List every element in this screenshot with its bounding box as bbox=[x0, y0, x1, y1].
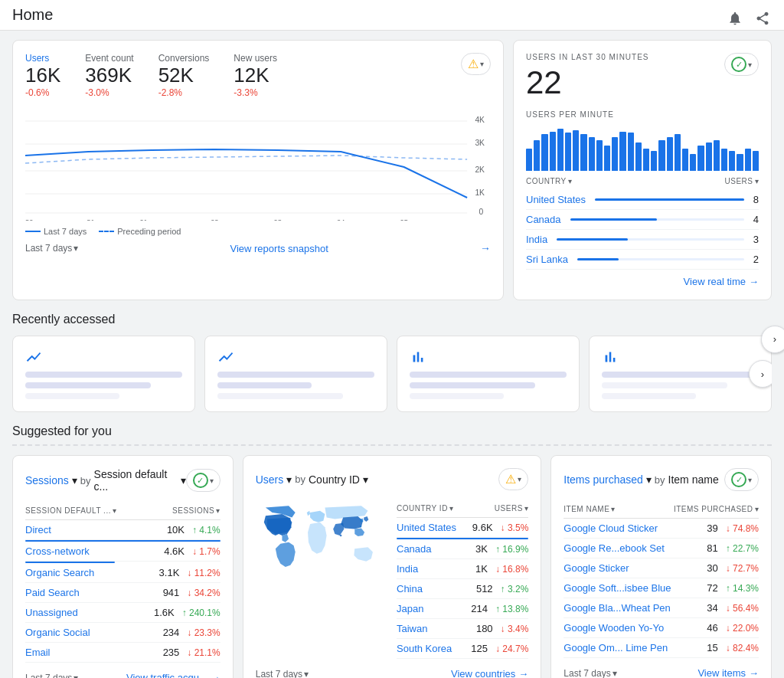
sessions-label[interactable]: Sessions bbox=[25, 474, 69, 486]
recent-card-1[interactable] bbox=[12, 336, 195, 412]
realtime-label: USERS IN LAST 30 MINUTES bbox=[526, 53, 649, 61]
sessions-col2-header[interactable]: SESSIONS ▾ bbox=[172, 506, 220, 515]
item1-link[interactable]: Google Cloud Sticker bbox=[564, 522, 658, 534]
items-subtitle[interactable]: Item name bbox=[668, 473, 719, 486]
users-subtitle[interactable]: Country ID bbox=[309, 473, 360, 486]
sessions-card-header: Sessions ▾ by Session default c... ▾ ✓ ▾ bbox=[25, 468, 220, 493]
view-items-link[interactable]: View items → bbox=[697, 667, 759, 678]
users-dropdown[interactable]: ▾ bbox=[286, 473, 292, 486]
sessions-row-organic: Organic Search 3.1K ↓ 11.2% bbox=[25, 563, 220, 583]
sessions-status-btn[interactable]: ✓ ▾ bbox=[186, 469, 220, 492]
recent-card-icon-3 bbox=[410, 349, 426, 365]
direct-change: ↑ 4.1% bbox=[192, 525, 220, 536]
svg-text:05: 05 bbox=[400, 218, 407, 221]
recent-cards-next-btn[interactable]: › bbox=[749, 360, 772, 388]
korea-link[interactable]: South Korea bbox=[397, 643, 452, 654]
cross-link[interactable]: Cross-network bbox=[25, 545, 90, 557]
items-period[interactable]: Last 7 days ▾ bbox=[564, 668, 616, 679]
items-dropdown[interactable]: ▾ bbox=[646, 473, 652, 486]
item5-link[interactable]: Google Bla...Wheat Pen bbox=[564, 602, 670, 614]
recent-card-2[interactable] bbox=[204, 336, 387, 412]
items-label[interactable]: Items purchased bbox=[564, 473, 643, 486]
recently-accessed-cards: › bbox=[12, 336, 772, 412]
country-id-header[interactable]: COUNTRY ID ▾ bbox=[397, 504, 453, 513]
china-link[interactable]: China bbox=[397, 583, 423, 594]
users-count-header[interactable]: USERS ▾ bbox=[495, 504, 528, 513]
users-col-header[interactable]: USERS ▾ bbox=[725, 177, 759, 185]
us-link[interactable]: United States bbox=[397, 522, 456, 533]
legend-preceding: Preceding period bbox=[99, 227, 181, 236]
users-row-india: India 1K ↓ 16.8% bbox=[397, 559, 528, 579]
sessions-subtitle[interactable]: Session default c... bbox=[94, 468, 178, 493]
items-col1-header[interactable]: ITEM NAME ▾ bbox=[564, 505, 616, 513]
us-value: 9.6K bbox=[472, 522, 493, 533]
us-change: ↓ 3.5% bbox=[501, 522, 529, 533]
users-status-btn[interactable]: ⚠ ▾ bbox=[498, 468, 528, 490]
taiwan-link[interactable]: Taiwan bbox=[397, 623, 427, 634]
suggested-cards-next-btn[interactable]: › bbox=[761, 326, 784, 353]
notifications-icon[interactable] bbox=[726, 9, 744, 28]
china-change: ↑ 3.2% bbox=[501, 584, 529, 594]
period-selector[interactable]: Last 7 days ▾ bbox=[25, 243, 78, 254]
blurred-bar bbox=[217, 372, 374, 378]
blurred-bar bbox=[602, 382, 727, 388]
per-minute-label: USERS PER MINUTE bbox=[526, 110, 759, 119]
items-card-title: Items purchased ▾ by Item name bbox=[564, 473, 718, 486]
recent-card-4[interactable] bbox=[589, 336, 772, 412]
item6-link[interactable]: Google Wooden Yo-Yo bbox=[564, 622, 664, 634]
item4-link[interactable]: Google Soft...isbee Blue bbox=[564, 582, 671, 594]
country-col-header[interactable]: COUNTRY ▾ bbox=[526, 177, 572, 185]
paid-link[interactable]: Paid Search bbox=[25, 587, 80, 598]
sessions-dropdown[interactable]: ▾ bbox=[72, 474, 77, 486]
item7-link[interactable]: Google Om... Lime Pen bbox=[564, 642, 668, 653]
users-label[interactable]: Users bbox=[25, 53, 60, 64]
users-subtitle-dropdown[interactable]: ▾ bbox=[363, 473, 368, 486]
items-table-header: ITEM NAME ▾ ITEMS PURCHASED ▾ bbox=[564, 500, 759, 519]
direct-link[interactable]: Direct bbox=[25, 524, 51, 536]
users-card-footer: Last 7 days ▾ View countries → bbox=[256, 668, 529, 678]
share-icon[interactable] bbox=[753, 9, 772, 28]
organic-link[interactable]: Organic Search bbox=[25, 567, 94, 578]
items-row-1: Google Cloud Sticker 39 ↓ 74.8% bbox=[564, 519, 759, 539]
page-title: Home bbox=[12, 6, 53, 30]
view-traffic-link[interactable]: View traffic acqu... → bbox=[126, 672, 220, 678]
country-name[interactable]: Canada bbox=[526, 214, 561, 225]
bar-item bbox=[541, 134, 547, 171]
sessions-subtitle-dropdown[interactable]: ▾ bbox=[181, 474, 186, 486]
alert-button[interactable]: ⚠ ▾ bbox=[461, 53, 491, 75]
sessions-col1-header[interactable]: SESSION DEFAULT ... ▾ bbox=[25, 506, 116, 515]
item2-link[interactable]: Google Re...ebook Set bbox=[564, 542, 665, 554]
country-name[interactable]: Sri Lanka bbox=[526, 254, 568, 265]
view-countries-link[interactable]: View countries → bbox=[451, 668, 528, 678]
view-reports-link[interactable]: View reports snapshot bbox=[230, 243, 328, 254]
japan-link[interactable]: Japan bbox=[397, 603, 423, 614]
bar-item bbox=[557, 129, 564, 171]
bar-item bbox=[604, 146, 610, 171]
item3-link[interactable]: Google Sticker bbox=[564, 562, 629, 574]
india-value: 1K bbox=[475, 563, 488, 575]
items-col2-header[interactable]: ITEMS PURCHASED ▾ bbox=[674, 505, 759, 513]
country-name[interactable]: India bbox=[526, 234, 547, 245]
bar-item bbox=[612, 137, 618, 171]
items-status-btn[interactable]: ✓ ▾ bbox=[724, 468, 759, 491]
users-period[interactable]: Last 7 days ▾ bbox=[256, 669, 309, 679]
email-link[interactable]: Email bbox=[25, 647, 51, 658]
bar-item bbox=[729, 151, 735, 171]
country-name[interactable]: United States bbox=[526, 194, 586, 205]
cross-value: 4.6K bbox=[164, 545, 185, 557]
unassigned-link[interactable]: Unassigned bbox=[25, 607, 78, 618]
email-value: 235 bbox=[163, 647, 180, 658]
canada-link[interactable]: Canada bbox=[397, 543, 432, 555]
social-link[interactable]: Organic Social bbox=[25, 627, 90, 638]
country-bar-fill bbox=[557, 238, 628, 241]
header-icons bbox=[726, 9, 772, 28]
india-link[interactable]: India bbox=[397, 563, 418, 575]
item1-value: 39 bbox=[707, 522, 717, 534]
view-realtime-link[interactable]: View real time → bbox=[684, 276, 759, 287]
recent-card-3[interactable] bbox=[397, 336, 580, 412]
sessions-period[interactable]: Last 7 days ▾ bbox=[25, 673, 78, 679]
users-table-header: COUNTRY ID ▾ USERS ▾ bbox=[397, 499, 528, 518]
realtime-status-btn[interactable]: ✓ ▾ bbox=[724, 53, 759, 76]
users-label[interactable]: Users bbox=[256, 473, 284, 486]
svg-point-20 bbox=[359, 526, 361, 528]
